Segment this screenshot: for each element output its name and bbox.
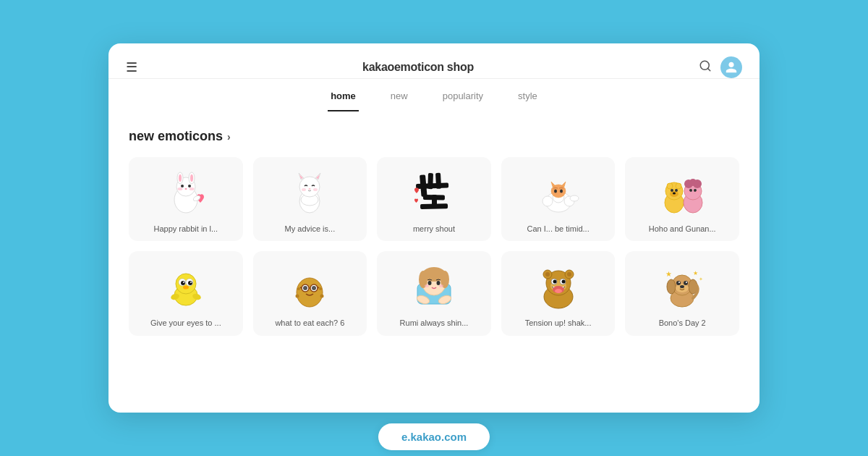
svg-point-66 (183, 285, 189, 289)
logo: kakaoemoticon shop (362, 61, 474, 74)
browser-window: ☰ kakaoemoticon shop ho (109, 43, 760, 413)
emoticon-img-9 (529, 261, 587, 312)
emoticon-img-7 (281, 261, 339, 312)
emoticon-img-1 (157, 167, 215, 218)
content: new emoticons › (109, 111, 760, 353)
svg-point-106 (555, 289, 562, 293)
user-avatar[interactable] (720, 56, 742, 78)
svg-point-90 (425, 284, 429, 287)
emoticon-img-6 (157, 261, 215, 312)
svg-point-80 (319, 287, 322, 290)
svg-point-98 (545, 272, 550, 276)
emoticon-label-10: Bono's Day 2 (659, 318, 706, 328)
svg-point-8 (181, 185, 184, 187)
svg-point-104 (561, 279, 565, 283)
svg-marker-38 (561, 182, 566, 187)
logo-bold: emoticon (394, 61, 444, 73)
svg-rect-30 (420, 203, 448, 209)
svg-point-99 (567, 272, 571, 276)
svg-point-78 (312, 286, 316, 290)
svg-text:✦: ✦ (699, 276, 703, 282)
svg-point-9 (188, 185, 191, 187)
emoticon-label-7: what to eat each? 6 (275, 318, 344, 328)
emoticon-card-9[interactable]: Tension up! shak... (501, 251, 616, 335)
svg-point-32 (542, 196, 553, 206)
emoticon-label-5: Hoho and Gunan... (649, 224, 716, 234)
emoticon-img-8 (405, 261, 463, 312)
svg-point-119 (680, 285, 684, 288)
tab-style[interactable]: style (515, 82, 540, 111)
svg-point-40 (560, 189, 563, 193)
svg-point-10 (177, 187, 182, 190)
emoticon-img-3 (405, 167, 463, 218)
emoticon-label-9: Tension up! shak... (525, 318, 592, 328)
svg-point-117 (678, 282, 680, 283)
svg-text:★: ★ (693, 270, 698, 276)
svg-point-48 (673, 192, 676, 194)
section-title: new emoticons › (129, 129, 739, 144)
svg-marker-37 (551, 182, 556, 187)
search-icon[interactable] (699, 59, 712, 76)
svg-point-23 (313, 188, 318, 191)
section-arrow[interactable]: › (227, 131, 231, 143)
svg-point-118 (686, 282, 687, 283)
emoticon-img-5 (653, 167, 711, 218)
emoticon-label-3: merry shout (413, 224, 455, 234)
svg-point-88 (427, 281, 431, 285)
svg-point-57 (696, 190, 699, 193)
tab-new[interactable]: new (388, 82, 411, 111)
emoticon-card-1[interactable]: Happy rabbit in l... (129, 157, 243, 241)
emoticon-card-5[interactable]: Hoho and Gunan... (625, 157, 739, 241)
svg-point-16 (299, 177, 320, 197)
svg-point-6 (179, 174, 182, 182)
svg-point-82 (320, 294, 324, 297)
svg-line-76 (318, 287, 319, 288)
svg-line-75 (300, 287, 302, 288)
svg-point-47 (675, 189, 678, 192)
emoticon-card-2[interactable]: My advice is... (253, 157, 367, 241)
section-title-text: new emoticons (129, 129, 223, 144)
svg-point-116 (684, 281, 688, 285)
svg-point-12 (184, 188, 187, 190)
svg-point-56 (687, 190, 691, 193)
svg-point-79 (297, 287, 300, 290)
emoticon-card-8[interactable]: Rumi always shin... (377, 251, 491, 335)
emoticon-card-3[interactable]: merry shout (377, 157, 491, 241)
header: ☰ kakaoemoticon shop (109, 43, 760, 79)
svg-line-1 (707, 68, 710, 70)
svg-point-64 (183, 282, 184, 283)
emoticon-card-7[interactable]: what to eat each? 6 (253, 251, 367, 335)
tab-popularity[interactable]: popularity (440, 82, 486, 111)
emoticon-card-6[interactable]: Give your eyes to ... (129, 251, 243, 335)
emoticon-card-4[interactable]: Can I... be timid... (501, 157, 616, 241)
svg-point-63 (188, 281, 192, 285)
svg-point-65 (190, 282, 192, 283)
emoticon-card-10[interactable]: ★ ★ ✦ (625, 251, 739, 335)
emoticon-img-4 (529, 167, 587, 218)
svg-point-39 (554, 189, 557, 193)
svg-point-53 (689, 179, 697, 186)
emoticon-label-1: Happy rabbit in l... (153, 224, 218, 234)
emoticon-label-8: Rumi always shin... (400, 318, 469, 328)
header-right (699, 56, 742, 78)
menu-icon[interactable]: ☰ (126, 61, 137, 74)
svg-point-7 (190, 174, 193, 182)
svg-point-11 (189, 187, 194, 190)
emoticon-label-6: Give your eyes to ... (150, 318, 221, 328)
svg-point-62 (181, 281, 185, 285)
svg-text:★: ★ (665, 270, 672, 278)
emoticon-img-2 (281, 167, 339, 218)
svg-point-89 (436, 281, 440, 285)
svg-point-115 (676, 281, 681, 285)
svg-point-22 (302, 188, 306, 191)
logo-suffix: shop (444, 61, 474, 73)
emoticon-label-2: My advice is... (285, 224, 336, 234)
svg-point-112 (667, 279, 676, 294)
svg-point-103 (553, 279, 556, 283)
tab-home[interactable]: home (328, 82, 359, 111)
svg-point-46 (671, 189, 673, 192)
emoticon-img-10: ★ ★ ✦ (653, 261, 711, 312)
nav-tabs: home new popularity style (109, 82, 760, 111)
logo-prefix: kakao (362, 61, 394, 73)
svg-point-44 (676, 183, 681, 189)
